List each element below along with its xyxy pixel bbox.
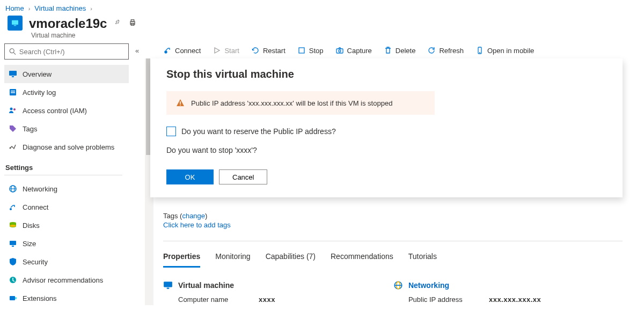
tool-label: Restart [263, 47, 286, 55]
globe-icon [393, 280, 403, 290]
svg-point-29 [339, 50, 341, 52]
svg-point-20 [10, 225, 16, 227]
capture-button[interactable]: Capture [335, 46, 372, 55]
breadcrumb: Home › Virtual machines › [0, 0, 644, 14]
svg-rect-24 [10, 296, 15, 300]
tab-capabilities[interactable]: Capabilities (7) [266, 249, 316, 268]
svg-rect-25 [15, 297, 17, 299]
svg-rect-32 [180, 101, 181, 104]
pin-button[interactable] [113, 18, 122, 28]
svg-rect-28 [336, 49, 343, 53]
restart-button[interactable]: Restart [251, 46, 286, 55]
search-input-wrapper[interactable] [4, 43, 129, 60]
monitor-icon [9, 70, 17, 78]
nav-label: Connect [23, 203, 48, 211]
breadcrumb-home[interactable]: Home [5, 4, 24, 12]
info-columns: Virtual machine Computer name xxxx Netwo… [163, 280, 623, 304]
tags-label: Tags ( [163, 212, 182, 220]
divider [163, 241, 623, 241]
search-icon [9, 48, 16, 55]
connect-button[interactable]: Connect [163, 46, 201, 55]
stop-button[interactable]: Stop [297, 46, 324, 55]
nav-disks[interactable]: Disks [4, 216, 129, 234]
svg-rect-3 [131, 19, 134, 21]
reserve-ip-checkbox[interactable] [166, 127, 176, 136]
tool-label: Delete [396, 47, 416, 55]
svg-point-14 [10, 147, 11, 149]
nav-networking[interactable]: Networking [4, 180, 129, 198]
disks-icon [9, 221, 17, 230]
delete-button[interactable]: Delete [384, 46, 416, 55]
nav-diagnose[interactable]: Diagnose and solve problems [4, 138, 129, 156]
public-ip-row: Public IP address xxx.xxx.xxx.xx [408, 295, 541, 304]
svg-rect-1 [14, 25, 17, 26]
tool-label: Start [224, 47, 239, 55]
nav-label: Disks [23, 221, 40, 230]
tab-properties[interactable]: Properties [163, 249, 200, 268]
public-ip-value: xxx.xxx.xxx.xx [489, 295, 541, 304]
collapse-sidebar-icon[interactable]: « [135, 47, 139, 55]
warning-banner: Public IP address 'xxx.xxx.xxx.xx' will … [166, 91, 435, 115]
ok-button[interactable]: OK [166, 169, 214, 184]
search-input[interactable] [19, 48, 124, 56]
refresh-button[interactable]: Refresh [427, 46, 464, 55]
start-button[interactable]: Start [213, 46, 239, 55]
nav-size[interactable]: Size [4, 234, 129, 253]
tool-label: Connect [175, 47, 201, 55]
nav-label: Size [23, 240, 36, 248]
warning-text: Public IP address 'xxx.xxx.xxx.xx' will … [191, 99, 392, 107]
open-mobile-button[interactable]: Open in mobile [475, 46, 534, 55]
svg-rect-27 [299, 48, 304, 53]
security-icon [9, 257, 17, 266]
svg-rect-35 [167, 288, 170, 289]
nav-activity-log[interactable]: Activity log [4, 83, 129, 101]
stop-question: Do you want to stop 'xxxx'? [166, 146, 606, 154]
extensions-icon [9, 294, 17, 302]
vm-icon [8, 16, 23, 31]
nav-label: Extensions [23, 294, 57, 302]
nav-tags[interactable]: Tags [4, 120, 129, 138]
nav-iam[interactable]: Access control (IAM) [4, 101, 129, 120]
svg-point-13 [13, 108, 16, 110]
tab-recommendations[interactable]: Recommendations [331, 249, 393, 268]
print-icon[interactable] [128, 18, 137, 28]
chevron-right-icon: › [28, 5, 31, 12]
stop-vm-dialog: Stop this virtual machine Public IP addr… [150, 58, 623, 197]
nav-label: Security [23, 258, 48, 266]
change-tags-link[interactable]: change [182, 212, 205, 220]
detail-tabs: Properties Monitoring Capabilities (7) R… [163, 249, 623, 268]
vm-info-header: Virtual machine [163, 280, 275, 290]
svg-rect-11 [11, 92, 15, 93]
dialog-title: Stop this virtual machine [166, 68, 606, 80]
info-header-text: Virtual machine [178, 281, 234, 290]
tool-label: Open in mobile [487, 47, 534, 55]
svg-point-26 [165, 51, 167, 53]
svg-rect-10 [11, 91, 15, 92]
svg-point-12 [10, 108, 13, 110]
chevron-right-icon: › [90, 5, 92, 12]
computer-name-label: Computer name [178, 295, 248, 304]
nav-connect[interactable]: Connect [4, 198, 129, 216]
info-header-text: Networking [408, 281, 449, 290]
tool-label: Stop [309, 47, 324, 55]
nav-overview[interactable]: Overview [4, 65, 129, 83]
add-tags-link[interactable]: Click here to add tags [163, 221, 623, 229]
reserve-ip-label: Do you want to reserve the Public IP add… [181, 127, 336, 136]
nav-security[interactable]: Security [4, 253, 129, 271]
nav-extensions[interactable]: Extensions [4, 289, 129, 307]
svg-rect-34 [164, 282, 172, 287]
nav-advisor[interactable]: Advisor recommendations [4, 271, 129, 289]
nav-label: Overview [23, 70, 52, 78]
networking-info-header[interactable]: Networking [393, 280, 541, 290]
networking-info-column: Networking Public IP address xxx.xxx.xxx… [393, 280, 541, 304]
cancel-button[interactable]: Cancel [219, 169, 267, 184]
reserve-ip-row: Do you want to reserve the Public IP add… [166, 127, 606, 136]
sidebar: « Overview Activity log Access control (… [0, 39, 150, 308]
tab-monitoring[interactable]: Monitoring [215, 249, 250, 268]
networking-icon [9, 184, 17, 193]
tags-line: Tags (change) [163, 212, 623, 220]
nav-label: Diagnose and solve problems [23, 143, 114, 151]
tab-tutorials[interactable]: Tutorials [408, 249, 437, 268]
breadcrumb-vms[interactable]: Virtual machines [34, 4, 86, 12]
dialog-buttons: OK Cancel [166, 169, 606, 184]
